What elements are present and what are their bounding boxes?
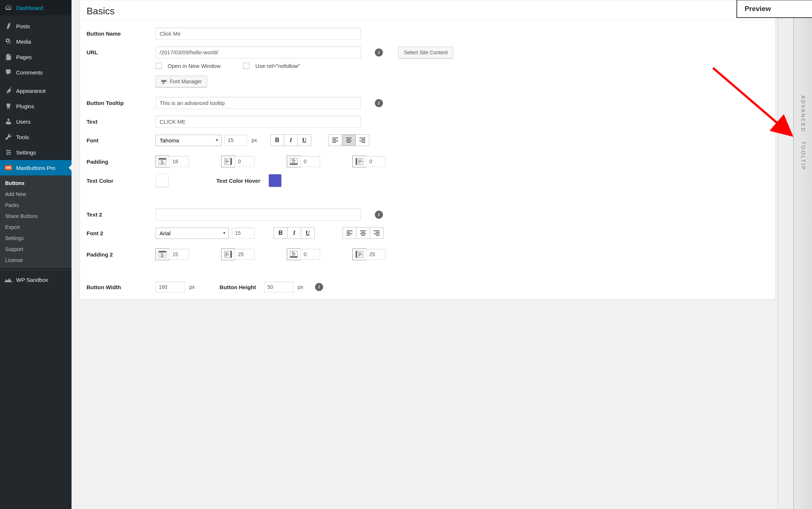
sidebar-item-users[interactable]: Users: [0, 114, 72, 129]
padding-top-input[interactable]: [169, 156, 189, 167]
sidebar-item-plugins[interactable]: Plugins: [0, 98, 72, 114]
svg-rect-14: [225, 163, 227, 163]
sidebar-item-maxbuttons[interactable]: MB MaxButtons Pro: [0, 160, 72, 175]
right-rail[interactable]: ADVANCED TOOLTIP: [794, 0, 812, 509]
submenu-item-settings[interactable]: Settings: [0, 233, 72, 244]
sidebar-item-settings[interactable]: Settings: [0, 145, 72, 160]
font-select[interactable]: Tahoma: [156, 135, 222, 146]
text-color-hover-label: Text Color Hover: [216, 178, 260, 184]
text-color-swatch[interactable]: [156, 174, 169, 187]
info-icon[interactable]: i: [375, 48, 383, 57]
tooltip-input[interactable]: [156, 97, 361, 109]
font-size-input[interactable]: [224, 135, 247, 146]
button-name-input[interactable]: [156, 28, 361, 40]
panel-title: Basics: [87, 6, 768, 17]
svg-rect-31: [230, 251, 232, 258]
url-input[interactable]: [156, 46, 361, 58]
svg-point-2: [7, 153, 8, 155]
svg-rect-24: [358, 163, 361, 163]
italic2-button[interactable]: I: [287, 227, 301, 239]
select-site-content-button[interactable]: Select Site Content: [398, 47, 453, 58]
padding2-bottom-input[interactable]: [300, 249, 320, 260]
sidebar-item-label: Settings: [16, 149, 36, 156]
text-input[interactable]: [156, 116, 361, 128]
info-icon[interactable]: i: [375, 211, 383, 219]
font2-size-input[interactable]: [232, 228, 255, 239]
submenu-item-license[interactable]: License: [0, 255, 72, 266]
svg-rect-42: [358, 252, 361, 253]
url-label: URL: [87, 49, 153, 55]
nofollow-checkbox[interactable]: [243, 63, 249, 69]
padding2-left-input[interactable]: [366, 249, 386, 260]
button-width-input[interactable]: [156, 281, 185, 292]
submenu-item-export[interactable]: Export: [0, 222, 72, 233]
sidebar-item-label: Posts: [16, 23, 30, 29]
bold-button[interactable]: B: [270, 134, 284, 146]
sidebar-item-wpsandbox[interactable]: WP Sandbox: [0, 273, 72, 287]
sidebar-item-label: Appearance: [16, 88, 46, 94]
padding2-bottom-icon: [287, 248, 301, 260]
svg-point-0: [7, 150, 8, 151]
unit-px: px: [296, 284, 305, 290]
svg-point-1: [9, 152, 10, 153]
sidebar-item-posts[interactable]: Posts: [0, 18, 72, 34]
submenu-item-add-new[interactable]: Add New: [0, 189, 72, 200]
underline-button[interactable]: U: [297, 134, 311, 146]
main-content: Preview ADVANCED TOOLTIP Basics Button N…: [72, 0, 812, 509]
user-icon: [4, 117, 12, 126]
align2-left-button[interactable]: [343, 227, 356, 239]
sidebar-item-label: Dashboard: [16, 5, 43, 11]
info-icon[interactable]: i: [375, 99, 383, 107]
bold2-button[interactable]: B: [274, 227, 288, 239]
padding-right-input[interactable]: [235, 156, 255, 167]
sliders-icon: [4, 148, 12, 156]
button-height-input[interactable]: [264, 281, 293, 292]
font2-select[interactable]: Arial: [156, 228, 229, 239]
italic-button[interactable]: I: [284, 134, 298, 146]
padding-bottom-input[interactable]: [300, 156, 320, 167]
align2-right-button[interactable]: [370, 227, 384, 239]
sidebar-item-pages[interactable]: Pages: [0, 49, 72, 65]
text2-input[interactable]: [156, 208, 361, 221]
sidebar-item-label: MaxButtons Pro: [16, 165, 55, 171]
svg-rect-29: [161, 256, 164, 257]
font-manager-label: Font Manager: [170, 79, 202, 84]
open-new-window-checkbox[interactable]: [156, 63, 162, 69]
svg-rect-41: [356, 251, 357, 258]
sidebar-item-tools[interactable]: Tools: [0, 129, 72, 145]
brush-icon: [4, 87, 12, 95]
svg-rect-37: [292, 252, 294, 252]
text-color-label: Text Color: [87, 178, 153, 184]
submenu-item-support[interactable]: Support: [0, 244, 72, 255]
sidebar-item-media[interactable]: Media: [0, 34, 72, 49]
svg-rect-44: [358, 255, 361, 256]
svg-rect-17: [292, 159, 294, 160]
submenu-item-buttons[interactable]: Buttons: [0, 178, 72, 189]
underline2-button[interactable]: U: [301, 227, 315, 239]
info-icon[interactable]: i: [315, 283, 323, 291]
padding2-right-input[interactable]: [235, 249, 255, 260]
basics-panel: Basics Button Name URL i: [80, 0, 775, 299]
svg-rect-7: [161, 160, 163, 161]
align2-center-button[interactable]: [356, 227, 370, 239]
align-left-button[interactable]: [328, 134, 342, 146]
preview-tab[interactable]: Preview: [736, 0, 812, 18]
font2-label: Font 2: [87, 230, 153, 236]
align-center-button[interactable]: [342, 134, 356, 146]
sidebar-item-label: Comments: [16, 69, 43, 76]
comment-icon: [4, 68, 12, 76]
submenu-item-share[interactable]: Share Buttons: [0, 211, 72, 222]
align-right-button[interactable]: [355, 134, 369, 146]
font-manager-button[interactable]: ABC Font Manager: [156, 76, 207, 87]
submenu-item-packs[interactable]: Packs: [0, 200, 72, 211]
media-icon: [4, 37, 12, 46]
sidebar-item-label: Pages: [16, 54, 32, 60]
sidebar-item-appearance[interactable]: Appearance: [0, 83, 72, 98]
svg-rect-34: [225, 255, 227, 256]
padding-left-input[interactable]: [366, 156, 386, 167]
sidebar-item-comments[interactable]: Comments: [0, 65, 72, 80]
text-color-hover-swatch[interactable]: [268, 174, 282, 187]
sidebar-item-dashboard[interactable]: Dashboard: [0, 0, 72, 15]
padding2-top-input[interactable]: [169, 249, 189, 260]
dashboard-icon: [4, 4, 12, 12]
